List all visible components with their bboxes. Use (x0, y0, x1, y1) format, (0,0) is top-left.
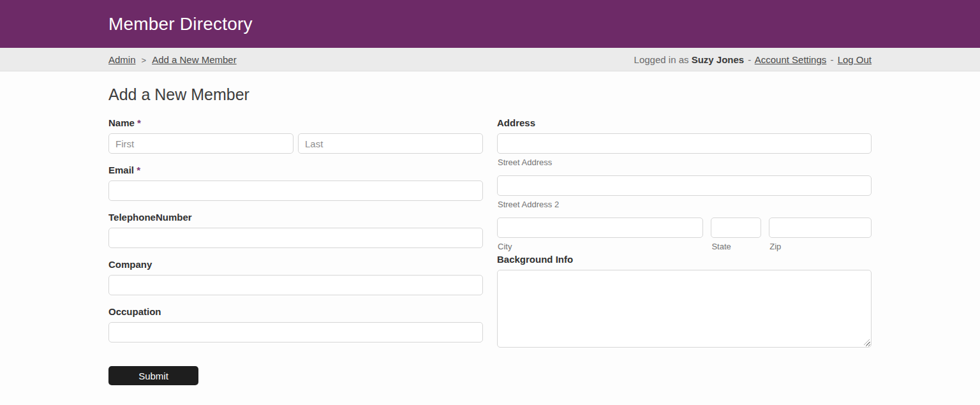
company-label: Company (108, 259, 483, 270)
company-input[interactable] (108, 275, 483, 295)
email-label-text: Email (108, 165, 134, 175)
session-info: Logged in as Suzy Jones - Account Settin… (634, 54, 872, 65)
name-field-group: Name * (108, 117, 483, 154)
form-right-column: Address Street Address Street Address 2 … (497, 117, 872, 348)
form-left-column: Name * Email * TelephoneNumber Company (108, 117, 483, 353)
telephone-field-group: TelephoneNumber (108, 212, 483, 248)
breadcrumb-bar: Admin>Add a New Member Logged in as Suzy… (0, 48, 980, 71)
city-subfield: City (497, 217, 703, 251)
email-field-group: Email * (108, 165, 483, 201)
zip-sublabel: Zip (769, 242, 872, 251)
zip-input[interactable] (769, 217, 872, 238)
occupation-input[interactable] (108, 322, 483, 342)
occupation-field-group: Occupation (108, 306, 483, 342)
log-out-link[interactable]: Log Out (838, 54, 872, 65)
breadcrumb-separator-icon: > (142, 55, 147, 65)
background-info-field-group: Background Info (497, 254, 872, 348)
email-input[interactable] (108, 180, 483, 201)
street-address-sublabel: Street Address (498, 158, 872, 167)
name-label: Name * (108, 117, 483, 128)
separator-dash: - (748, 54, 751, 65)
page-title: Add a New Member (108, 85, 872, 104)
street-address2-subfield: Street Address 2 (497, 175, 872, 209)
street-address2-sublabel: Street Address 2 (498, 200, 872, 209)
zip-subfield: Zip (769, 217, 872, 251)
telephone-input[interactable] (108, 228, 483, 248)
city-sublabel: City (498, 242, 703, 251)
telephone-label: TelephoneNumber (108, 212, 483, 223)
user-name: Suzy Jones (692, 54, 745, 65)
address-field-group: Address Street Address Street Address 2 … (497, 117, 872, 251)
state-sublabel: State (711, 242, 761, 251)
street-address-subfield: Street Address (497, 133, 872, 167)
submit-button[interactable]: Submit (108, 366, 198, 385)
required-marker: * (137, 165, 140, 175)
company-field-group: Company (108, 259, 483, 295)
add-member-form: Name * Email * TelephoneNumber Company (108, 117, 872, 353)
breadcrumb: Admin>Add a New Member (108, 54, 237, 65)
main-content: Add a New Member Name * Email * Telephon… (106, 71, 874, 385)
breadcrumb-link-admin[interactable]: Admin (108, 54, 136, 65)
background-info-textarea[interactable] (497, 270, 872, 348)
street-address-input[interactable] (497, 133, 872, 154)
state-input[interactable] (711, 217, 761, 238)
site-header: Member Directory (0, 0, 980, 48)
breadcrumb-link-add-member[interactable]: Add a New Member (152, 54, 237, 65)
background-info-label: Background Info (497, 254, 872, 265)
occupation-label: Occupation (108, 306, 483, 317)
name-label-text: Name (108, 117, 135, 128)
site-title: Member Directory (108, 14, 872, 34)
separator-dash: - (830, 54, 833, 65)
email-label: Email * (108, 165, 483, 175)
account-settings-link[interactable]: Account Settings (755, 54, 827, 65)
address-label: Address (497, 117, 872, 128)
state-subfield: State (711, 217, 761, 251)
city-state-zip-row: City State Zip (497, 217, 872, 251)
page: Member Directory Admin>Add a New Member … (0, 0, 980, 385)
last-name-input[interactable] (298, 133, 483, 154)
first-name-input[interactable] (108, 133, 293, 154)
city-input[interactable] (497, 217, 703, 238)
required-marker: * (137, 117, 141, 128)
logged-in-prefix: Logged in as (634, 54, 689, 65)
street-address2-input[interactable] (497, 175, 872, 196)
